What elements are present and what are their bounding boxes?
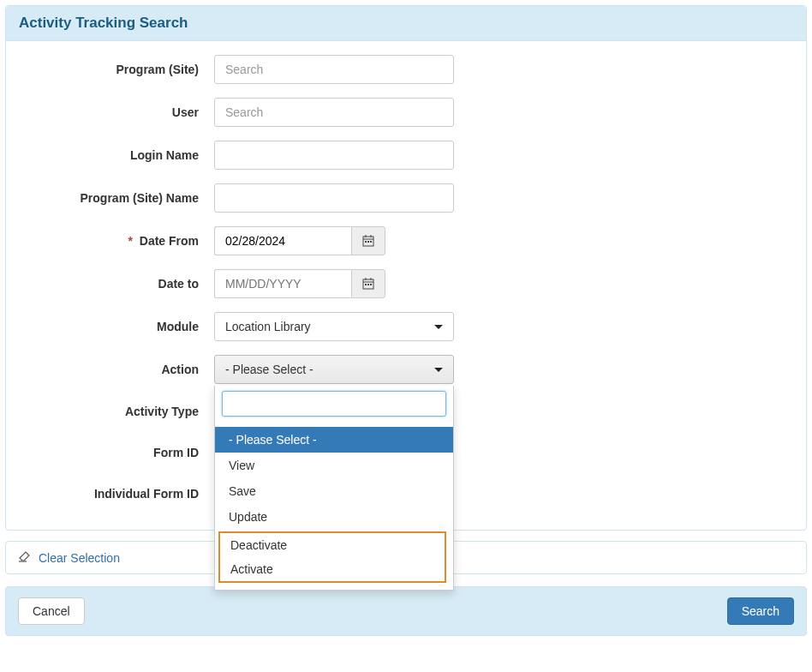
login-name-input[interactable] [214, 141, 454, 170]
label-user: User [21, 105, 214, 119]
label-action: Action [21, 363, 214, 376]
label-module: Module [21, 320, 214, 333]
action-select-value: - Please Select - [225, 363, 313, 376]
action-highlight-group: DeactivateActivate [218, 531, 446, 583]
action-option[interactable]: - Please Select - [215, 427, 453, 453]
clear-selection-link[interactable]: Clear Selection [39, 551, 120, 565]
row-login-name: Login Name [21, 141, 791, 170]
calendar-icon [362, 235, 374, 247]
row-date-to: Date to [21, 269, 791, 298]
required-marker: * [128, 234, 132, 248]
label-date-from: * Date From [21, 234, 214, 248]
row-date-from: * Date From [21, 226, 791, 255]
label-program-site: Program (Site) [21, 63, 214, 76]
action-select[interactable]: - Please Select - [214, 355, 454, 384]
action-option[interactable]: Save [215, 478, 453, 504]
search-button[interactable]: Search [727, 597, 794, 625]
date-to-picker-button[interactable] [351, 269, 385, 298]
action-dropdown-list: - Please Select -ViewSaveUpdateDeactivat… [215, 427, 453, 583]
eraser-icon [18, 550, 32, 565]
label-program-site-name: Program (Site) Name [21, 191, 214, 205]
caret-down-icon [434, 325, 443, 329]
calendar-icon [362, 278, 374, 290]
program-site-name-input[interactable] [214, 183, 454, 213]
date-from-picker-button[interactable] [351, 226, 385, 255]
date-from-input[interactable] [214, 226, 351, 255]
date-from-wrap [214, 226, 385, 255]
action-option[interactable]: Update [215, 504, 453, 530]
module-select[interactable]: Location Library [214, 312, 454, 341]
activity-tracking-search-panel: Activity Tracking Search Program (Site) … [5, 5, 807, 531]
cancel-button[interactable]: Cancel [18, 597, 85, 625]
action-select-container: - Please Select - - Please Select -ViewS… [214, 355, 454, 384]
form-body: Program (Site) User Login Name Program (… [6, 41, 806, 530]
row-module: Module Location Library [21, 312, 791, 341]
svg-rect-5 [367, 241, 369, 243]
row-program-site-name: Program (Site) Name [21, 183, 791, 213]
action-option[interactable]: Deactivate [220, 533, 445, 557]
date-to-wrap [214, 269, 385, 298]
date-to-input[interactable] [214, 269, 351, 298]
svg-rect-11 [365, 284, 367, 285]
label-date-from-text: Date From [140, 234, 199, 248]
panel-title: Activity Tracking Search [6, 6, 806, 41]
action-option[interactable]: View [215, 453, 453, 478]
label-individual-form-id: Individual Form ID [21, 487, 214, 501]
label-activity-type: Activity Type [21, 405, 214, 418]
svg-rect-6 [370, 241, 372, 243]
user-input[interactable] [214, 98, 454, 127]
program-site-input[interactable] [214, 55, 454, 84]
row-user: User [21, 98, 791, 127]
svg-rect-4 [365, 241, 367, 243]
caret-down-icon [434, 368, 443, 372]
row-action: Action - Please Select - - Please Select… [21, 355, 791, 384]
svg-rect-13 [370, 284, 372, 285]
action-option[interactable]: Activate [220, 557, 445, 581]
label-form-id: Form ID [21, 446, 214, 459]
footer-actions-panel: Cancel Search [5, 586, 807, 636]
module-select-value: Location Library [225, 320, 311, 333]
svg-marker-14 [20, 552, 29, 561]
svg-rect-12 [367, 284, 369, 285]
row-program-site: Program (Site) [21, 55, 791, 84]
action-dropdown-panel: - Please Select -ViewSaveUpdateDeactivat… [214, 386, 454, 591]
label-login-name: Login Name [21, 148, 214, 162]
action-dropdown-search[interactable] [222, 391, 446, 417]
label-date-to: Date to [21, 277, 214, 291]
